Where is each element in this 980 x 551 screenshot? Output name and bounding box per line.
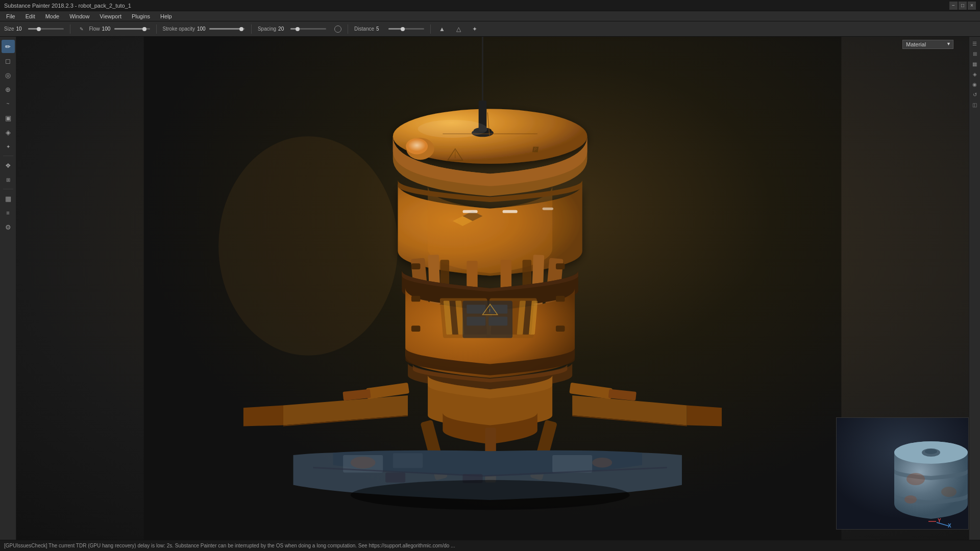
flow-group: ✎ Flow 100 (77, 24, 150, 34)
svg-point-72 (904, 495, 917, 504)
svg-rect-45 (556, 263, 565, 269)
view-mode-dropdown[interactable]: Material ▼ (902, 40, 953, 49)
size-slider[interactable] (28, 28, 64, 30)
brush-preview (334, 26, 341, 33)
tool-sep2 (3, 189, 13, 189)
stroke-opacity-slider[interactable] (209, 28, 245, 30)
svg-rect-47 (556, 296, 565, 302)
bake-btn[interactable]: ◫ (970, 100, 979, 109)
svg-text:!: ! (489, 308, 491, 313)
paint-brush-tool[interactable]: ✏ (2, 40, 15, 53)
thumbnail-svg: Y X (837, 418, 969, 530)
close-button[interactable]: × (968, 2, 976, 10)
history-btn[interactable]: ↺ (970, 90, 979, 99)
svg-point-71 (941, 487, 957, 497)
robot-model-svg: 🅿 (16, 37, 969, 540)
svg-rect-37 (467, 317, 485, 326)
distance-slider[interactable] (388, 28, 424, 30)
sep3 (251, 24, 252, 34)
stroke-type-dots-btn[interactable]: ▲ (437, 24, 447, 34)
distance-label: Distance (354, 26, 374, 32)
size-group: Size 10 (4, 26, 64, 32)
title-bar: Substance Painter 2018.2.3 - robot_pack_… (0, 0, 980, 11)
distance-group: Distance 5 (354, 26, 424, 32)
anchor-tool[interactable]: ⊞ (2, 173, 15, 186)
svg-rect-56 (543, 208, 553, 210)
status-text: [GPUIssuesCheck] The current TDR (GPU ha… (4, 543, 455, 548)
eraser-tool[interactable]: ◻ (2, 54, 15, 67)
left-toolbar: ✏ ◻ ◎ ⊕ ~ ▣ ◈ ✦ ❖ ⊞ ▦ ≡ ⚙ (0, 37, 16, 540)
thumbnail-inset: Y X (836, 417, 969, 530)
sep1 (70, 24, 70, 34)
svg-point-64 (351, 480, 630, 510)
properties-panel-btn[interactable]: ⊞ (970, 49, 979, 58)
menu-plugins[interactable]: Plugins (128, 13, 154, 20)
stroke-opacity-group: Stroke opacity 100 (163, 26, 245, 32)
status-bar: [GPUIssuesCheck] The current TDR (GPU ha… (0, 540, 980, 551)
layers-panel-btn[interactable]: ☰ (970, 39, 979, 48)
viewport-canvas: 🅿 (16, 37, 969, 540)
svg-rect-38 (488, 317, 507, 326)
spacing-value: 20 (278, 26, 288, 32)
svg-point-60 (351, 457, 376, 468)
flow-value: 100 (102, 26, 112, 32)
asset-browser-tool[interactable]: ▦ (2, 192, 15, 205)
svg-point-61 (592, 458, 612, 468)
menu-help[interactable]: Help (156, 13, 176, 20)
texture-set-btn[interactable]: ▦ (970, 59, 979, 68)
maximize-button[interactable]: □ (959, 2, 967, 10)
svg-point-1 (218, 136, 398, 356)
svg-rect-54 (462, 210, 477, 213)
menu-file[interactable]: File (2, 13, 19, 20)
fill-tool[interactable]: ▣ (2, 111, 15, 124)
settings-tool[interactable]: ⚙ (2, 220, 15, 234)
svg-point-15 (418, 120, 488, 138)
sep4 (348, 24, 348, 34)
spacing-track[interactable] (290, 28, 326, 30)
toolbar: Size 10 ✎ Flow 100 Stroke opacity 100 (0, 21, 980, 37)
flow-label: Flow (89, 26, 100, 32)
size-value: 10 (16, 26, 26, 32)
spacing-label: Spacing (258, 26, 276, 32)
color-picker-tool[interactable]: ✦ (2, 140, 15, 153)
svg-rect-58 (393, 453, 423, 468)
smudge-tool[interactable]: ~ (2, 97, 15, 110)
minimize-button[interactable]: − (949, 2, 958, 10)
stroke-opacity-label: Stroke opacity (163, 26, 195, 32)
size-slider-track[interactable] (28, 28, 64, 30)
svg-point-70 (906, 473, 925, 485)
menu-viewport[interactable]: Viewport (95, 13, 126, 20)
svg-rect-55 (503, 210, 518, 213)
sep5 (430, 24, 431, 34)
clone-tool[interactable]: ⊕ (2, 83, 15, 96)
title-text: Substance Painter 2018.2.3 - robot_pack_… (4, 3, 131, 9)
svg-rect-35 (467, 305, 485, 314)
display-settings-btn[interactable]: ◉ (970, 80, 979, 89)
size-label: Size (4, 26, 14, 32)
menu-edit[interactable]: Edit (21, 13, 39, 20)
viewport[interactable]: 🅿 (16, 37, 969, 540)
stroke-opacity-track[interactable] (209, 28, 245, 30)
right-panel: ☰ ⊞ ▦ ◈ ◉ ↺ ◫ (969, 37, 980, 540)
flow-slider[interactable] (114, 28, 150, 30)
distance-value: 5 (376, 26, 386, 32)
spacing-slider[interactable] (290, 28, 326, 30)
svg-rect-48 (411, 325, 421, 332)
geometry-mask-tool[interactable]: ◈ (2, 126, 15, 139)
menu-mode[interactable]: Mode (41, 13, 64, 20)
stroke-type-drag-btn[interactable]: △ (453, 24, 463, 34)
svg-text:🅿: 🅿 (532, 146, 538, 153)
stroke-type-lazy-btn[interactable]: ✦ (470, 24, 480, 34)
flow-slider-track[interactable] (114, 28, 150, 30)
svg-point-69 (925, 449, 937, 454)
main-layout: ✏ ◻ ◎ ⊕ ~ ▣ ◈ ✦ ❖ ⊞ ▦ ≡ ⚙ (0, 37, 980, 540)
assets-btn[interactable]: ◈ (970, 69, 979, 79)
svg-rect-49 (556, 325, 565, 332)
flow-icon: ✎ (77, 24, 87, 34)
material-picker-tool[interactable]: ❖ (2, 159, 15, 172)
menu-window[interactable]: Window (65, 13, 93, 20)
distance-track[interactable] (388, 28, 424, 30)
projection-tool[interactable]: ◎ (2, 68, 15, 82)
layer-tool[interactable]: ≡ (2, 206, 15, 219)
svg-rect-44 (411, 263, 421, 269)
